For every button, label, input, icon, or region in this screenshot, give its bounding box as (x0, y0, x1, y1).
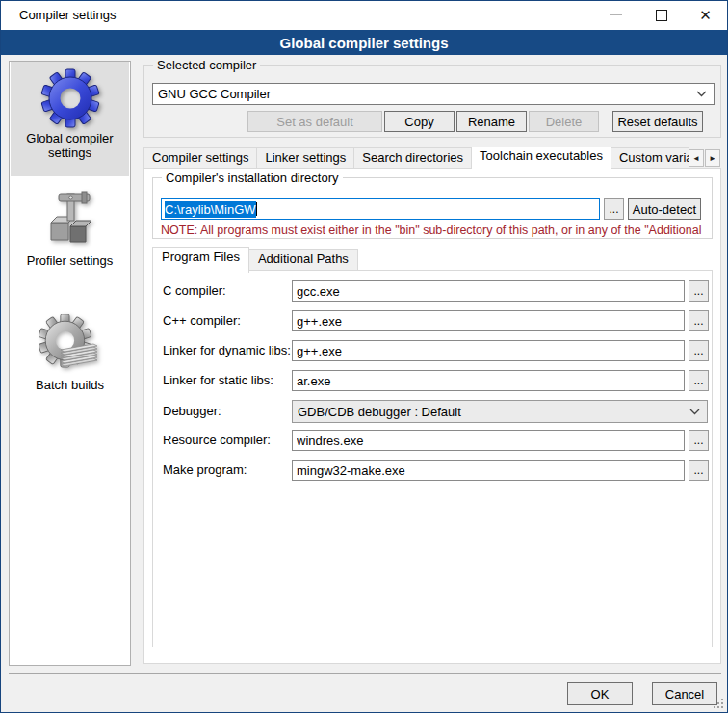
sidebar-item-label: Global compiler settings (11, 131, 129, 160)
blue-gear-icon (39, 67, 101, 129)
cpp-compiler-input[interactable] (292, 310, 685, 331)
debugger-select-value: GDB/CDB debugger : Default (298, 405, 461, 419)
compiler-settings-dialog: Compiler settings ✕ Global compiler sett… (0, 0, 728, 713)
close-button[interactable]: ✕ (684, 1, 727, 29)
maximize-icon (656, 10, 667, 21)
tabs-row: Compiler settings Linker settings Search… (143, 147, 689, 169)
sidebar-item-label: Batch builds (11, 378, 129, 392)
tab-search-directories[interactable]: Search directories (354, 147, 472, 169)
dialog-banner: Global compiler settings (1, 30, 727, 55)
install-dir-browse-button[interactable]: ... (604, 198, 624, 220)
resize-grip[interactable] (713, 698, 724, 709)
window-title: Compiler settings (19, 8, 116, 22)
bin-subdirectory-note: NOTE: All programs must exist either in … (161, 224, 706, 237)
install-dir-input[interactable]: C:\raylib\MinGW (161, 198, 600, 220)
c-compiler-browse-button[interactable]: ... (689, 280, 709, 302)
c-compiler-input[interactable] (292, 280, 685, 302)
linker-static-label: Linker for static libs: (163, 373, 273, 387)
minimize-icon (610, 14, 622, 15)
close-icon: ✕ (699, 8, 712, 22)
toolchain-executables-page: Compiler's installation directory C:\ray… (143, 168, 721, 664)
debugger-select[interactable]: GDB/CDB debugger : Default (292, 400, 708, 423)
set-as-default-button: Set as default (247, 111, 382, 132)
text-caret (256, 202, 257, 216)
tab-toolchain-executables[interactable]: Toolchain executables (472, 147, 611, 169)
ok-button[interactable]: OK (567, 682, 633, 705)
installation-directory-group: Compiler's installation directory C:\ray… (152, 177, 713, 239)
resource-compiler-browse-button[interactable]: ... (689, 430, 709, 451)
tab-compiler-settings[interactable]: Compiler settings (143, 147, 257, 169)
c-compiler-label: C compiler: (163, 283, 226, 298)
linker-dynamic-input[interactable] (292, 340, 685, 361)
program-files-tab-strip: Program Files Additional Paths (152, 249, 358, 271)
sidebar-item-global-compiler-settings[interactable]: Global compiler settings (11, 62, 129, 176)
auto-detect-button[interactable]: Auto-detect (628, 198, 701, 220)
compiler-select[interactable]: GNU GCC Compiler (152, 83, 715, 105)
cpp-compiler-label: C++ compiler: (163, 313, 241, 328)
subtab-additional-paths[interactable]: Additional Paths (249, 249, 358, 271)
tab-scroll-right-button[interactable]: ► (705, 149, 720, 167)
delete-button: Delete (529, 111, 599, 132)
reset-defaults-button[interactable]: Reset defaults (612, 111, 703, 132)
tab-custom-variables[interactable]: Custom variables (611, 147, 689, 169)
minimize-button[interactable] (594, 1, 637, 29)
settings-sidebar: Global compiler settings Profiler settin… (9, 61, 131, 666)
tab-linker-settings[interactable]: Linker settings (257, 147, 354, 169)
make-program-input[interactable] (292, 460, 685, 481)
compiler-select-value: GNU GCC Compiler (158, 87, 271, 101)
program-files-page: C compiler: ... C++ compiler: ... Linker… (152, 270, 713, 647)
linker-dynamic-browse-button[interactable]: ... (689, 340, 709, 361)
make-program-browse-button[interactable]: ... (689, 460, 709, 481)
selected-compiler-group: Selected compiler GNU GCC Compiler Set a… (143, 65, 721, 138)
install-dir-selected-text: C:\raylib\MinGW (165, 201, 256, 218)
rename-button[interactable]: Rename (456, 111, 527, 132)
chevron-down-icon (696, 91, 707, 97)
footer-divider (9, 673, 721, 674)
resource-compiler-input[interactable] (292, 430, 685, 451)
sidebar-item-batch-builds[interactable]: Batch builds (11, 308, 129, 405)
caliper-icon (39, 190, 101, 251)
chevron-down-icon (689, 409, 700, 415)
maximize-button[interactable] (639, 1, 683, 29)
linker-dynamic-label: Linker for dynamic libs: (163, 343, 291, 357)
sidebar-item-label: Profiler settings (11, 253, 129, 268)
linker-static-input[interactable] (292, 370, 685, 391)
cpp-compiler-browse-button[interactable]: ... (689, 310, 709, 331)
subtab-program-files[interactable]: Program Files (152, 247, 249, 273)
resource-compiler-label: Resource compiler: (163, 433, 271, 447)
debugger-label: Debugger: (163, 404, 221, 418)
tab-scroll-left-button[interactable]: ◄ (689, 149, 704, 167)
copy-button[interactable]: Copy (384, 111, 455, 132)
installation-directory-group-label: Compiler's installation directory (162, 171, 343, 185)
sidebar-item-profiler-settings[interactable]: Profiler settings (11, 184, 129, 280)
title-bar[interactable]: Compiler settings ✕ (1, 1, 727, 30)
selected-compiler-group-label: Selected compiler (153, 58, 260, 72)
compiler-tab-strip: Compiler settings Linker settings Search… (143, 145, 721, 169)
make-program-label: Make program: (163, 462, 247, 477)
gray-gear-stack-icon (39, 314, 101, 376)
cancel-button[interactable]: Cancel (652, 682, 717, 705)
banner-title: Global compiler settings (279, 35, 448, 51)
linker-static-browse-button[interactable]: ... (689, 370, 709, 391)
